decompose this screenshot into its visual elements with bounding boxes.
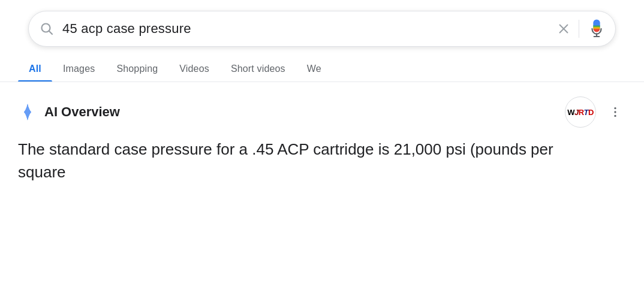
svg-point-10 (614, 111, 616, 113)
ai-overview-right: WJRTD (565, 96, 626, 128)
clear-icon[interactable] (557, 22, 570, 35)
mic-icon[interactable] (589, 19, 604, 39)
results-container: AI Overview WJRTD The standard case pres… (0, 82, 644, 198)
ai-overview-body: The standard case pressure for a .45 ACP… (18, 138, 570, 183)
search-icon (40, 22, 54, 36)
svg-line-1 (49, 31, 53, 35)
svg-point-11 (614, 115, 616, 117)
search-divider (579, 20, 579, 38)
tab-all[interactable]: All (18, 56, 52, 81)
more-options-icon[interactable] (604, 101, 626, 123)
tab-videos[interactable]: Videos (168, 56, 220, 81)
search-bar-section: 45 acp case pressure (0, 0, 644, 56)
tab-shopping[interactable]: Shopping (106, 56, 168, 81)
tab-web[interactable]: We (296, 56, 332, 81)
search-input[interactable]: 45 acp case pressure (62, 21, 557, 37)
wjrt-logo[interactable]: WJRTD (565, 96, 596, 128)
search-tabs: All Images Shopping Videos Short videos … (0, 56, 644, 82)
tab-images[interactable]: Images (52, 56, 106, 81)
search-bar[interactable]: 45 acp case pressure (28, 11, 616, 47)
ai-overview-title-wrap: AI Overview (18, 102, 120, 122)
ai-overview-header: AI Overview WJRTD (18, 96, 626, 128)
tab-short-videos[interactable]: Short videos (220, 56, 296, 81)
ai-star-icon (18, 102, 37, 122)
ai-overview-title: AI Overview (44, 104, 120, 120)
svg-point-9 (614, 107, 616, 109)
